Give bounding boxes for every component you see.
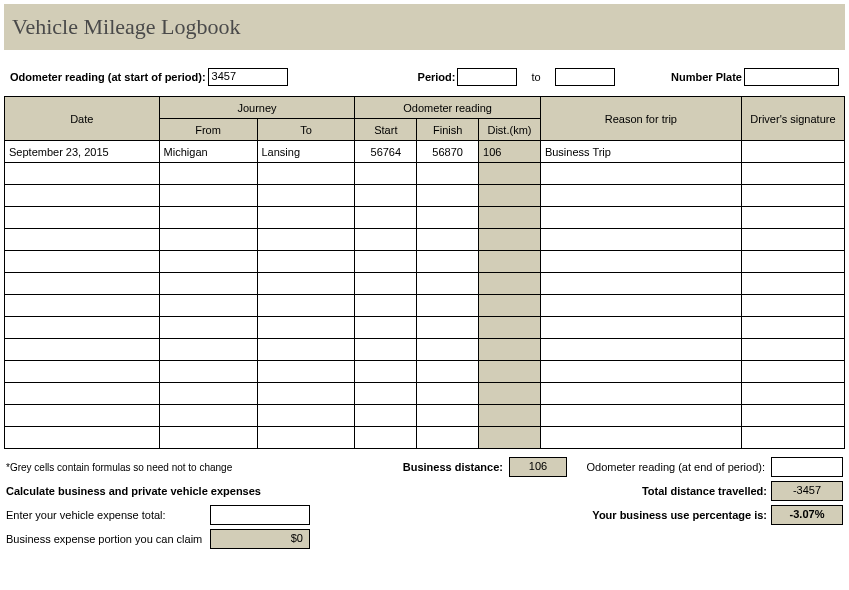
cell-date[interactable] xyxy=(5,405,160,427)
cell-to[interactable] xyxy=(257,229,355,251)
cell-date[interactable] xyxy=(5,229,160,251)
cell-signature[interactable] xyxy=(741,185,844,207)
cell-reason[interactable] xyxy=(540,251,741,273)
cell-finish[interactable] xyxy=(417,229,479,251)
cell-from[interactable] xyxy=(159,295,257,317)
cell-start[interactable] xyxy=(355,229,417,251)
cell-start[interactable] xyxy=(355,163,417,185)
cell-finish[interactable] xyxy=(417,185,479,207)
cell-signature[interactable] xyxy=(741,163,844,185)
cell-to[interactable] xyxy=(257,383,355,405)
cell-date[interactable] xyxy=(5,207,160,229)
cell-signature[interactable] xyxy=(741,427,844,449)
cell-to[interactable] xyxy=(257,273,355,295)
cell-to[interactable] xyxy=(257,405,355,427)
cell-reason[interactable] xyxy=(540,207,741,229)
cell-signature[interactable] xyxy=(741,383,844,405)
cell-from[interactable]: Michigan xyxy=(159,141,257,163)
cell-start[interactable] xyxy=(355,251,417,273)
cell-from[interactable] xyxy=(159,405,257,427)
period-to-input[interactable] xyxy=(555,68,615,86)
cell-from[interactable] xyxy=(159,207,257,229)
cell-start[interactable] xyxy=(355,207,417,229)
cell-to[interactable]: Lansing xyxy=(257,141,355,163)
cell-finish[interactable] xyxy=(417,361,479,383)
cell-reason[interactable] xyxy=(540,405,741,427)
expense-total-input[interactable] xyxy=(210,505,310,525)
cell-from[interactable] xyxy=(159,361,257,383)
cell-start[interactable] xyxy=(355,427,417,449)
cell-signature[interactable] xyxy=(741,251,844,273)
cell-from[interactable] xyxy=(159,273,257,295)
cell-signature[interactable] xyxy=(741,207,844,229)
cell-signature[interactable] xyxy=(741,405,844,427)
odo-start-input[interactable]: 3457 xyxy=(208,68,288,86)
cell-to[interactable] xyxy=(257,339,355,361)
cell-date[interactable] xyxy=(5,317,160,339)
cell-finish[interactable] xyxy=(417,163,479,185)
cell-finish[interactable] xyxy=(417,383,479,405)
cell-to[interactable] xyxy=(257,163,355,185)
cell-from[interactable] xyxy=(159,163,257,185)
cell-finish[interactable] xyxy=(417,207,479,229)
cell-start[interactable] xyxy=(355,273,417,295)
cell-from[interactable] xyxy=(159,317,257,339)
cell-start[interactable] xyxy=(355,317,417,339)
cell-to[interactable] xyxy=(257,295,355,317)
cell-signature[interactable] xyxy=(741,273,844,295)
cell-signature[interactable] xyxy=(741,361,844,383)
cell-signature[interactable] xyxy=(741,229,844,251)
cell-reason[interactable] xyxy=(540,229,741,251)
odo-end-input[interactable] xyxy=(771,457,843,477)
cell-reason[interactable] xyxy=(540,185,741,207)
cell-date[interactable] xyxy=(5,273,160,295)
cell-to[interactable] xyxy=(257,251,355,273)
cell-to[interactable] xyxy=(257,185,355,207)
cell-reason[interactable] xyxy=(540,163,741,185)
cell-finish[interactable] xyxy=(417,427,479,449)
cell-to[interactable] xyxy=(257,427,355,449)
cell-finish[interactable] xyxy=(417,339,479,361)
cell-date[interactable] xyxy=(5,339,160,361)
cell-start[interactable] xyxy=(355,339,417,361)
cell-date[interactable] xyxy=(5,383,160,405)
cell-finish[interactable] xyxy=(417,251,479,273)
cell-reason[interactable] xyxy=(540,339,741,361)
cell-date[interactable] xyxy=(5,185,160,207)
cell-signature[interactable] xyxy=(741,295,844,317)
cell-date[interactable] xyxy=(5,427,160,449)
cell-from[interactable] xyxy=(159,339,257,361)
cell-signature[interactable] xyxy=(741,141,844,163)
cell-start[interactable] xyxy=(355,405,417,427)
cell-from[interactable] xyxy=(159,427,257,449)
period-from-input[interactable] xyxy=(457,68,517,86)
plate-input[interactable] xyxy=(744,68,839,86)
cell-to[interactable] xyxy=(257,207,355,229)
cell-date[interactable]: September 23, 2015 xyxy=(5,141,160,163)
cell-start[interactable] xyxy=(355,185,417,207)
cell-start[interactable] xyxy=(355,383,417,405)
cell-to[interactable] xyxy=(257,361,355,383)
cell-reason[interactable] xyxy=(540,317,741,339)
cell-signature[interactable] xyxy=(741,317,844,339)
cell-date[interactable] xyxy=(5,163,160,185)
cell-reason[interactable] xyxy=(540,295,741,317)
cell-date[interactable] xyxy=(5,251,160,273)
cell-reason[interactable] xyxy=(540,361,741,383)
cell-reason[interactable]: Business Trip xyxy=(540,141,741,163)
cell-from[interactable] xyxy=(159,383,257,405)
cell-date[interactable] xyxy=(5,361,160,383)
cell-start[interactable]: 56764 xyxy=(355,141,417,163)
cell-finish[interactable]: 56870 xyxy=(417,141,479,163)
cell-to[interactable] xyxy=(257,317,355,339)
cell-finish[interactable] xyxy=(417,317,479,339)
cell-finish[interactable] xyxy=(417,295,479,317)
cell-date[interactable] xyxy=(5,295,160,317)
cell-from[interactable] xyxy=(159,185,257,207)
cell-from[interactable] xyxy=(159,229,257,251)
cell-start[interactable] xyxy=(355,295,417,317)
cell-from[interactable] xyxy=(159,251,257,273)
cell-finish[interactable] xyxy=(417,273,479,295)
cell-reason[interactable] xyxy=(540,383,741,405)
cell-finish[interactable] xyxy=(417,405,479,427)
